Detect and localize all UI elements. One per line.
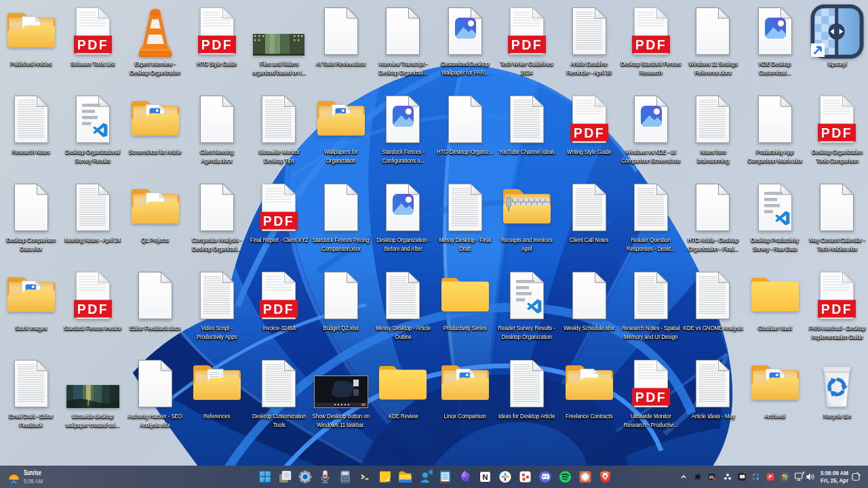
svg-text:Fri, 25, Apr: Fri, 25, Apr: [821, 476, 848, 484]
svg-text:5:08 AM: 5:08 AM: [24, 477, 43, 485]
svg-text:Sunrise: Sunrise: [24, 469, 41, 476]
svg-text:P: P: [768, 474, 772, 480]
svg-text:N: N: [483, 473, 488, 481]
svg-text:5:06:09 AM: 5:06:09 AM: [821, 469, 848, 476]
